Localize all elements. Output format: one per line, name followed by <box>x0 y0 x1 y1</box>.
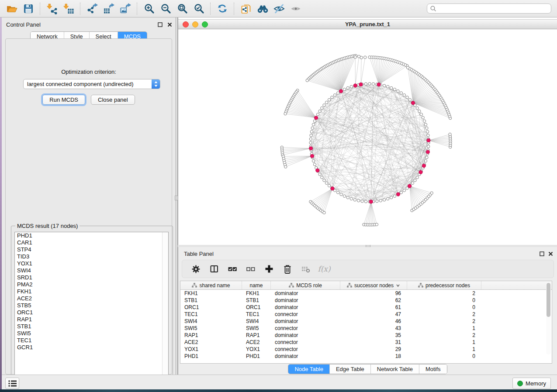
table-cell[interactable]: 0 <box>407 297 481 303</box>
show-all-button[interactable] <box>287 1 304 16</box>
import-table-button[interactable] <box>60 1 77 16</box>
function-builder-button[interactable]: f(x) <box>318 263 330 275</box>
network-window-titlebar[interactable]: YPA_prune.txt_1 <box>178 19 557 29</box>
mcds-list-scrollbar[interactable] <box>162 232 168 383</box>
tab-network-table[interactable]: Network Table <box>371 364 419 374</box>
table-cell[interactable]: dominator <box>271 353 340 359</box>
zoom-fit-button[interactable] <box>174 1 190 16</box>
table-cell[interactable]: STB1 <box>180 297 242 303</box>
delete-table-button[interactable] <box>300 263 311 275</box>
mcds-result-item[interactable]: TID3 <box>15 253 168 260</box>
save-session-button[interactable] <box>20 1 37 16</box>
table-cell[interactable]: SWI5 <box>242 325 271 331</box>
clone-network-button[interactable] <box>238 1 254 16</box>
table-scrollbar[interactable] <box>546 282 551 354</box>
table-cell[interactable]: 46 <box>340 318 407 324</box>
mcds-result-item[interactable]: PMA2 <box>15 281 168 288</box>
add-column-button[interactable] <box>263 263 275 275</box>
tab-edge-table[interactable]: Edge Table <box>330 364 371 374</box>
table-cell[interactable]: PHD1 <box>180 353 242 359</box>
table-row[interactable]: RAP1RAP1dominator352 <box>180 332 552 339</box>
table-cell[interactable]: YOX1 <box>242 346 271 352</box>
table-cell[interactable]: dominator <box>271 304 340 310</box>
table-cell[interactable]: dominator <box>271 297 340 303</box>
table-cell[interactable]: FKH1 <box>180 290 242 296</box>
table-cell[interactable]: 1 <box>407 339 481 345</box>
mcds-result-item[interactable]: GCR1 <box>15 344 168 351</box>
table-cell[interactable]: 2 <box>407 332 481 338</box>
table-cell[interactable]: YOX1 <box>180 346 242 352</box>
network-graph[interactable] <box>178 29 557 244</box>
table-cell[interactable]: 18 <box>340 353 407 359</box>
tab-node-table[interactable]: Node Table <box>288 364 330 374</box>
table-cell[interactable]: connector <box>271 346 340 352</box>
mcds-result-item[interactable]: SWI4 <box>15 267 168 274</box>
mcds-result-item[interactable]: STP4 <box>15 246 168 253</box>
export-table-button[interactable] <box>100 1 117 16</box>
table-cell[interactable]: 35 <box>340 332 407 338</box>
table-options-button[interactable] <box>190 263 201 275</box>
table-cell[interactable]: 43 <box>340 325 407 331</box>
deselect-all-rows-button[interactable] <box>245 263 256 275</box>
zoom-in-button[interactable] <box>141 1 157 16</box>
mcds-result-item[interactable]: ORC1 <box>15 309 168 316</box>
column-header-predecessor-nodes[interactable]: predecessor nodes <box>407 281 481 289</box>
table-cell[interactable]: 0 <box>407 304 481 310</box>
table-cell[interactable]: SWI5 <box>180 325 242 331</box>
table-cell[interactable]: 1 <box>407 325 481 331</box>
table-cell[interactable]: 2 <box>407 318 481 324</box>
open-file-button[interactable] <box>3 1 20 16</box>
zoom-out-button[interactable] <box>157 1 174 16</box>
search-input[interactable] <box>438 5 548 12</box>
table-cell[interactable]: PHD1 <box>242 353 271 359</box>
column-header-name[interactable]: name <box>242 281 271 289</box>
table-cell[interactable]: SWI4 <box>242 318 271 324</box>
table-cell[interactable]: ACE2 <box>180 339 242 345</box>
delete-columns-button[interactable] <box>282 263 293 275</box>
mcds-result-item[interactable]: STB1 <box>15 323 168 330</box>
refresh-layout-button[interactable] <box>214 1 231 16</box>
search-field[interactable] <box>427 3 551 14</box>
network-canvas[interactable] <box>178 29 557 244</box>
mcds-result-item[interactable]: SWI5 <box>15 330 168 337</box>
table-cell[interactable]: SWI4 <box>180 318 242 324</box>
mcds-result-item[interactable]: TEC1 <box>15 337 168 344</box>
export-network-button[interactable] <box>84 1 100 16</box>
table-cell[interactable]: FKH1 <box>242 290 271 296</box>
table-cell[interactable]: 0 <box>407 353 481 359</box>
table-row[interactable]: YOX1YOX1connector291 <box>180 346 552 353</box>
mcds-result-item[interactable]: SRD1 <box>15 274 168 281</box>
table-cell[interactable]: 62 <box>340 297 407 303</box>
table-cell[interactable]: 61 <box>340 304 407 310</box>
table-float-button[interactable] <box>539 251 545 257</box>
table-scrollbar-thumb[interactable] <box>547 283 550 317</box>
task-history-button[interactable] <box>5 378 19 389</box>
tab-motifs[interactable]: Motifs <box>419 364 447 374</box>
table-row[interactable]: SWI5SWI5connector431 <box>180 325 552 332</box>
table-cell[interactable]: 2 <box>407 311 481 317</box>
table-cell[interactable]: connector <box>271 325 340 331</box>
run-mcds-button[interactable]: Run MCDS <box>42 95 85 105</box>
table-cell[interactable]: ORC1 <box>242 304 271 310</box>
select-all-rows-button[interactable] <box>227 263 238 275</box>
table-row[interactable]: PHD1PHD1dominator180 <box>180 353 552 360</box>
mcds-result-item[interactable]: ACE2 <box>15 295 168 302</box>
table-cell[interactable]: RAP1 <box>180 332 242 338</box>
table-cell[interactable]: TEC1 <box>180 311 242 317</box>
table-cell[interactable]: 47 <box>340 311 407 317</box>
mcds-result-item[interactable]: FKH1 <box>15 288 168 295</box>
mcds-result-list[interactable]: PHD1CAR1STP4TID3YOX1SWI4SRD1PMA2FKH1ACE2… <box>14 232 169 384</box>
table-cell[interactable]: 31 <box>340 339 407 345</box>
find-button[interactable] <box>254 1 271 16</box>
table-cell[interactable]: 1 <box>407 346 481 352</box>
mcds-result-item[interactable]: STB5 <box>15 302 168 309</box>
table-cell[interactable]: connector <box>271 311 340 317</box>
table-cell[interactable]: 29 <box>340 346 407 352</box>
table-cell[interactable]: connector <box>271 339 340 345</box>
mcds-result-item[interactable]: CAR1 <box>15 239 168 246</box>
table-cell[interactable]: STB1 <box>242 297 271 303</box>
memory-button[interactable]: Memory <box>512 378 551 389</box>
table-cell[interactable]: dominator <box>271 332 340 338</box>
table-row[interactable]: TEC1TEC1connector472 <box>180 311 552 318</box>
column-header-MCDS-role[interactable]: MCDS role <box>271 281 340 289</box>
